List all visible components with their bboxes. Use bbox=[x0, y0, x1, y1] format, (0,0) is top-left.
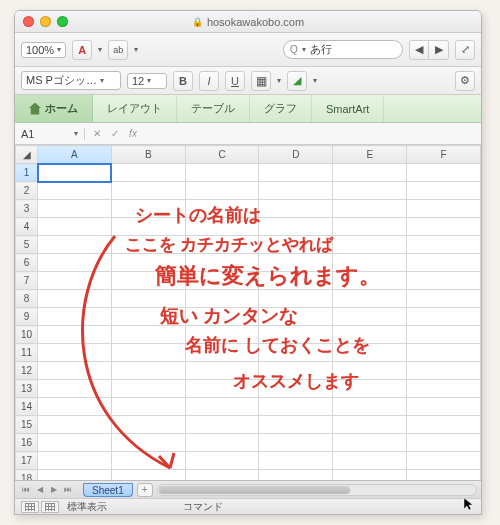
row-header[interactable]: 15 bbox=[16, 416, 38, 434]
cell[interactable] bbox=[333, 326, 407, 344]
cell[interactable] bbox=[333, 218, 407, 236]
row-header[interactable]: 3 bbox=[16, 200, 38, 218]
cell[interactable] bbox=[407, 416, 481, 434]
chevron-down-icon[interactable]: ▾ bbox=[313, 76, 317, 85]
cell[interactable] bbox=[259, 398, 333, 416]
row-header[interactable]: 14 bbox=[16, 398, 38, 416]
cell[interactable] bbox=[407, 452, 481, 470]
col-header[interactable]: B bbox=[111, 146, 185, 164]
cell[interactable] bbox=[333, 308, 407, 326]
fullscreen-button[interactable]: ⤢ bbox=[455, 40, 475, 60]
italic-button[interactable]: I bbox=[199, 71, 219, 91]
tab-next-button[interactable]: ▶ bbox=[47, 485, 61, 494]
cell[interactable] bbox=[259, 164, 333, 182]
cell[interactable] bbox=[111, 434, 185, 452]
cell[interactable] bbox=[111, 470, 185, 481]
cell[interactable] bbox=[111, 416, 185, 434]
cell[interactable] bbox=[259, 344, 333, 362]
search-box[interactable]: Q ▾ あ行 bbox=[283, 40, 403, 59]
row-header[interactable]: 8 bbox=[16, 290, 38, 308]
row-header[interactable]: 17 bbox=[16, 452, 38, 470]
cell[interactable] bbox=[111, 272, 185, 290]
cell[interactable] bbox=[333, 470, 407, 481]
cell[interactable] bbox=[185, 344, 259, 362]
close-icon[interactable] bbox=[23, 16, 34, 27]
fill-color-button[interactable]: ◢ bbox=[287, 71, 307, 91]
cell[interactable] bbox=[259, 308, 333, 326]
cell[interactable] bbox=[38, 200, 112, 218]
cell[interactable] bbox=[111, 290, 185, 308]
select-all-cell[interactable]: ◢ bbox=[16, 146, 38, 164]
cell[interactable] bbox=[185, 218, 259, 236]
cell[interactable] bbox=[407, 218, 481, 236]
font-color-button[interactable]: A bbox=[72, 40, 92, 60]
cell[interactable] bbox=[333, 236, 407, 254]
underline-button[interactable]: U bbox=[225, 71, 245, 91]
cell[interactable] bbox=[111, 344, 185, 362]
cell[interactable] bbox=[111, 236, 185, 254]
col-header[interactable]: C bbox=[185, 146, 259, 164]
tab-last-button[interactable]: ⏭ bbox=[61, 485, 75, 494]
normal-view-button[interactable] bbox=[21, 501, 39, 513]
tab-first-button[interactable]: ⏮ bbox=[19, 485, 33, 494]
row-header[interactable]: 11 bbox=[16, 344, 38, 362]
border-button[interactable]: ▦ bbox=[251, 71, 271, 91]
cell[interactable] bbox=[333, 164, 407, 182]
cell[interactable] bbox=[111, 308, 185, 326]
cell[interactable] bbox=[185, 398, 259, 416]
minimize-icon[interactable] bbox=[40, 16, 51, 27]
cell[interactable] bbox=[38, 362, 112, 380]
row-header[interactable]: 2 bbox=[16, 182, 38, 200]
cell[interactable] bbox=[333, 452, 407, 470]
cell[interactable] bbox=[185, 290, 259, 308]
cell[interactable] bbox=[333, 434, 407, 452]
cell[interactable] bbox=[185, 200, 259, 218]
cell[interactable] bbox=[185, 254, 259, 272]
cell[interactable] bbox=[407, 344, 481, 362]
cell[interactable] bbox=[38, 398, 112, 416]
cell[interactable] bbox=[185, 272, 259, 290]
row-header[interactable]: 6 bbox=[16, 254, 38, 272]
cell[interactable] bbox=[38, 434, 112, 452]
cell[interactable] bbox=[259, 290, 333, 308]
cell[interactable] bbox=[38, 380, 112, 398]
font-size-select[interactable]: 12▾ bbox=[127, 73, 167, 89]
tab-prev-button[interactable]: ◀ bbox=[33, 485, 47, 494]
cell[interactable] bbox=[185, 326, 259, 344]
cell[interactable] bbox=[407, 470, 481, 481]
cell[interactable] bbox=[38, 254, 112, 272]
zoom-control[interactable]: 100%▾ bbox=[21, 42, 66, 58]
cell[interactable] bbox=[111, 254, 185, 272]
cell[interactable] bbox=[333, 416, 407, 434]
cell[interactable] bbox=[259, 416, 333, 434]
tab-smartart[interactable]: SmartArt bbox=[312, 95, 384, 122]
cell[interactable] bbox=[111, 380, 185, 398]
cell[interactable] bbox=[38, 164, 112, 182]
chevron-down-icon[interactable]: ▾ bbox=[98, 45, 102, 54]
row-header[interactable]: 12 bbox=[16, 362, 38, 380]
cell[interactable] bbox=[407, 326, 481, 344]
cell[interactable] bbox=[407, 272, 481, 290]
cell[interactable] bbox=[185, 182, 259, 200]
cell[interactable] bbox=[407, 380, 481, 398]
cell[interactable] bbox=[333, 398, 407, 416]
cell[interactable] bbox=[259, 218, 333, 236]
row-header[interactable]: 1 bbox=[16, 164, 38, 182]
cell[interactable] bbox=[333, 362, 407, 380]
cancel-icon[interactable]: ✕ bbox=[89, 126, 105, 142]
col-header[interactable]: F bbox=[407, 146, 481, 164]
row-header[interactable]: 18 bbox=[16, 470, 38, 481]
cell[interactable] bbox=[259, 182, 333, 200]
cell[interactable] bbox=[185, 434, 259, 452]
cell[interactable] bbox=[259, 326, 333, 344]
cell[interactable] bbox=[111, 452, 185, 470]
cell[interactable] bbox=[407, 200, 481, 218]
cell[interactable] bbox=[185, 380, 259, 398]
cell[interactable] bbox=[333, 344, 407, 362]
row-header[interactable]: 13 bbox=[16, 380, 38, 398]
row-header[interactable]: 10 bbox=[16, 326, 38, 344]
cell[interactable] bbox=[38, 308, 112, 326]
cell[interactable] bbox=[259, 380, 333, 398]
row-header[interactable]: 7 bbox=[16, 272, 38, 290]
row-header[interactable]: 16 bbox=[16, 434, 38, 452]
